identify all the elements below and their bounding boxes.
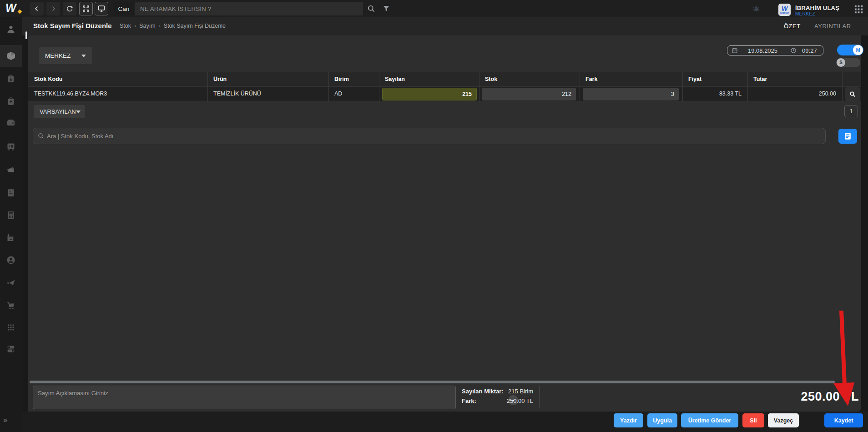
cell-fiyat: 83.33 TL (682, 90, 742, 97)
calendar-icon (732, 47, 738, 54)
total-value: 250.00 TL (745, 390, 859, 404)
sidebar-item-settings-toggles-icon[interactable] (6, 344, 16, 354)
date-value: 19.08.2025 (748, 47, 777, 54)
sidebar-item-modules-icon[interactable] (6, 322, 16, 332)
header-tutar[interactable]: Tutar (753, 76, 767, 82)
user-name: İBRAHİM ULAŞ (795, 5, 839, 11)
cell-tutar: 250.00 (747, 90, 836, 97)
count-note-textarea[interactable] (33, 386, 456, 409)
sidebar-item-safe-icon[interactable] (6, 141, 16, 151)
vazgec-button[interactable]: Vazgeç (768, 413, 799, 427)
cell-birim: AD (334, 90, 342, 97)
yazdir-button[interactable]: Yazdır (614, 413, 643, 427)
row-count-badge: 1 (844, 105, 858, 117)
cell-fark[interactable]: 3 (583, 88, 679, 100)
column-divider (379, 72, 379, 102)
header-stok[interactable]: Stok (485, 76, 497, 82)
sidebar-item-cart-icon[interactable] (6, 301, 16, 311)
expand-icon (82, 5, 90, 13)
group-dropdown-label: VARSAYILAN (40, 108, 76, 115)
apps-grid-icon[interactable] (853, 4, 864, 15)
column-divider (207, 72, 208, 102)
back-button[interactable] (30, 2, 44, 15)
sidebar-scrollbar-thumb[interactable] (25, 31, 27, 39)
toggle-m[interactable]: M (837, 45, 863, 55)
global-search-input[interactable] (135, 2, 363, 15)
bug-icon[interactable] (752, 5, 761, 13)
sidebar-item-personnel-icon[interactable] (6, 255, 16, 265)
footer-divider (540, 386, 540, 408)
summary-diff-value: 250.00 TL (469, 397, 533, 404)
chevron-right-icon (49, 5, 57, 13)
app-logo[interactable]: W (5, 1, 15, 15)
header-fark[interactable]: Fark (585, 76, 597, 82)
sidebar-item-tickets-icon[interactable] (6, 165, 16, 175)
row-search-button[interactable] (845, 87, 860, 101)
list-view-button[interactable] (838, 129, 857, 144)
cell-urun: TEMİZLİK ÜRÜNÜ (213, 90, 261, 97)
filter-icon[interactable] (382, 5, 390, 13)
kaydet-button[interactable]: Kaydet (824, 413, 863, 427)
sidebar-expand-chevrons[interactable]: » (3, 416, 7, 425)
sidebar-item-wallet-icon[interactable] (6, 118, 16, 128)
uygula-button[interactable]: Uygula (647, 413, 677, 427)
monitor-button[interactable] (95, 2, 108, 15)
sidebar-item-calculator-icon[interactable] (6, 210, 16, 220)
cell-sayilan-input[interactable]: 215 (382, 88, 477, 100)
column-divider (479, 72, 479, 102)
avatar[interactable]: W webticari (778, 4, 791, 16)
sidebar-item-purchases-icon[interactable] (6, 73, 16, 83)
group-dropdown[interactable]: VARSAYILAN (34, 105, 85, 118)
app-window: W Cari W webticari İBRAHİM ULAŞ MERKEZ S… (0, 0, 868, 432)
table-header-row (28, 72, 861, 86)
forward-button[interactable] (46, 2, 60, 15)
search-icon (37, 132, 45, 140)
toggle-s[interactable]: S (836, 58, 860, 67)
column-divider (842, 72, 843, 102)
breadcrumb-item[interactable]: Sayım (139, 23, 155, 29)
branch-dropdown[interactable]: MERKEZ (39, 47, 92, 64)
bottom-action-bar (22, 412, 868, 432)
summary-counted-value: 215 Birim (469, 388, 533, 395)
horizontal-scrollbar[interactable] (30, 381, 835, 383)
toggle-s-knob: S (837, 58, 845, 67)
magnifier-icon (849, 90, 856, 98)
header-sayilan[interactable]: Sayılan (385, 76, 405, 82)
tab-ozet[interactable]: ÖZET (784, 23, 801, 30)
column-divider (747, 72, 748, 102)
header-fiyat[interactable]: Fiyat (688, 76, 701, 82)
tab-ayrintilar[interactable]: AYRINTILAR (814, 23, 851, 30)
monitor-icon (97, 5, 106, 13)
user-branch: MERKEZ (795, 11, 815, 16)
expand-button[interactable] (79, 2, 93, 15)
header-birim[interactable]: Birim (334, 76, 349, 82)
total-label: Fark (811, 383, 847, 390)
sidebar-item-stock-cube-icon[interactable] (6, 51, 16, 61)
breadcrumb-separator: › (131, 23, 139, 29)
header-urun[interactable]: Ürün (213, 76, 227, 82)
sidebar-item-send-icon[interactable] (6, 278, 16, 288)
header-stok-kodu[interactable]: Stok Kodu (34, 76, 63, 82)
search-icon[interactable] (367, 4, 376, 13)
uretime-gonder-button[interactable]: Üretime Gönder (681, 413, 738, 427)
clock-icon (790, 47, 797, 54)
date-time-field[interactable]: 19.08.2025 09:27 (727, 45, 823, 55)
breadcrumb[interactable]: Stok›Sayım›Stok Sayım Fişi Düzenle (120, 23, 226, 29)
refresh-button[interactable] (63, 2, 76, 15)
breadcrumb-item[interactable]: Stok (120, 23, 131, 29)
sidebar-item-clipboard-icon[interactable] (6, 187, 16, 197)
refresh-icon (66, 5, 74, 13)
column-divider (328, 72, 329, 102)
document-list-icon (843, 132, 852, 141)
stock-search-input[interactable] (33, 128, 826, 144)
sidebar-item-user-icon[interactable] (6, 24, 16, 34)
sidebar-item-sales-icon[interactable] (6, 96, 16, 106)
sidebar-item-production-icon[interactable] (6, 232, 16, 242)
caret-down-icon (81, 55, 86, 57)
cell-stok[interactable]: 212 (482, 88, 576, 100)
caret-down-icon (76, 111, 81, 113)
sil-button[interactable]: Sil (742, 413, 764, 427)
avatar-letter: W (782, 5, 787, 12)
avatar-subtext: webticari (780, 12, 789, 15)
cari-button[interactable]: Cari (113, 2, 135, 15)
